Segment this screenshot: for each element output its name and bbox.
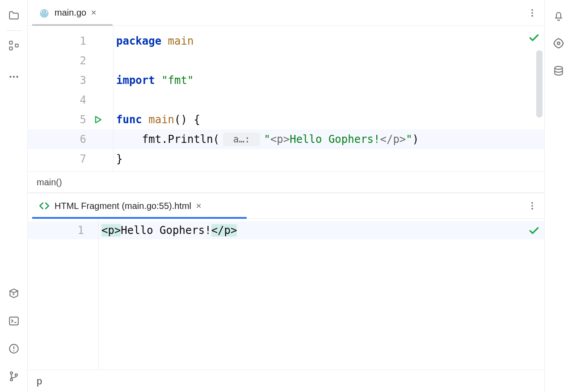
parameter-hint: a…: xyxy=(223,133,260,146)
structure-icon[interactable] xyxy=(6,38,21,53)
more-horizontal-icon[interactable] xyxy=(6,69,21,84)
svg-point-9 xyxy=(10,372,13,374)
code-area[interactable]: package mainimport "fmt"func main() { fm… xyxy=(114,26,544,171)
inspection-check-icon[interactable] xyxy=(528,225,540,237)
breadcrumb[interactable]: p xyxy=(28,370,544,392)
run-tool-icon[interactable] xyxy=(6,286,21,301)
gutter: 1 xyxy=(28,219,99,370)
svg-point-25 xyxy=(555,67,562,70)
line-number: 1 xyxy=(78,221,84,239)
line-number: 6 xyxy=(28,129,113,149)
svg-rect-1 xyxy=(9,47,13,50)
top-tab-bar: main.go ✕ xyxy=(28,0,544,26)
tab-more-vertical-icon[interactable] xyxy=(525,5,540,21)
svg-point-23 xyxy=(531,208,533,210)
run-gutter-icon[interactable] xyxy=(93,110,103,129)
notifications-bell-icon[interactable] xyxy=(551,8,566,23)
inspection-check-icon[interactable] xyxy=(528,32,540,44)
svg-point-10 xyxy=(10,379,13,381)
bottom-tab-bar: HTML Fragment (main.go:55).html ✕ xyxy=(28,193,544,219)
line-number: 1 xyxy=(28,31,113,51)
go-file-icon xyxy=(38,7,50,19)
svg-point-24 xyxy=(557,42,560,45)
close-icon[interactable]: ✕ xyxy=(196,202,202,210)
divider xyxy=(6,30,21,31)
svg-point-15 xyxy=(42,11,43,12)
code-line[interactable]: package main xyxy=(116,31,193,51)
svg-point-16 xyxy=(45,11,46,12)
code-line[interactable]: import "fmt" xyxy=(116,71,193,90)
svg-point-11 xyxy=(15,374,17,376)
editor-area: main.go ✕ 1234567 package mainimport "fm… xyxy=(28,0,544,392)
line-number: 2 xyxy=(28,51,113,71)
svg-point-17 xyxy=(44,13,45,14)
breadcrumb-label: p xyxy=(37,375,42,387)
database-icon[interactable] xyxy=(551,63,566,79)
go-editor[interactable]: 1234567 package mainimport "fmt"func mai… xyxy=(28,26,544,171)
line-number: 4 xyxy=(28,90,113,110)
code-line[interactable]: func main() { xyxy=(116,110,200,129)
tab-label: main.go xyxy=(55,8,86,18)
svg-rect-0 xyxy=(9,41,13,44)
scrollbar[interactable] xyxy=(536,50,543,117)
svg-rect-6 xyxy=(9,317,18,325)
svg-point-19 xyxy=(531,12,533,14)
tab-html-fragment[interactable]: HTML Fragment (main.go:55).html ✕ xyxy=(32,193,208,218)
svg-point-21 xyxy=(531,202,533,204)
left-tool-strip xyxy=(0,0,28,392)
line-number: 3 xyxy=(28,71,113,90)
terminal-icon[interactable] xyxy=(6,313,21,329)
code-line[interactable]: <p>Hello Gophers!</p> xyxy=(101,221,237,239)
code-line[interactable]: } xyxy=(116,149,122,169)
project-folder-icon[interactable] xyxy=(6,8,21,23)
html-fragment-icon xyxy=(38,200,50,212)
html-fragment-editor[interactable]: 1 <p>Hello Gophers!</p> xyxy=(28,219,544,370)
svg-point-4 xyxy=(13,76,14,78)
breadcrumb[interactable]: main() xyxy=(28,171,544,193)
svg-rect-2 xyxy=(15,44,18,47)
svg-point-22 xyxy=(531,205,533,207)
ai-assistant-icon[interactable] xyxy=(551,36,566,51)
vcs-branch-icon[interactable] xyxy=(6,369,21,384)
svg-point-8 xyxy=(13,350,14,351)
svg-point-5 xyxy=(16,76,18,78)
svg-point-20 xyxy=(531,15,533,17)
close-icon[interactable]: ✕ xyxy=(91,8,97,17)
gutter: 1234567 xyxy=(28,26,114,171)
line-number: 7 xyxy=(28,149,113,169)
tab-main-go[interactable]: main.go ✕ xyxy=(32,0,103,25)
breadcrumb-label: main() xyxy=(37,177,62,188)
tab-more-vertical-icon[interactable] xyxy=(525,198,540,213)
code-area[interactable]: <p>Hello Gophers!</p> xyxy=(99,219,544,370)
svg-point-3 xyxy=(9,76,11,78)
code-line[interactable]: fmt.Println( a…: "<p>Hello Gophers!</p>"… xyxy=(116,129,419,149)
svg-point-12 xyxy=(40,9,49,18)
tab-label: HTML Fragment (main.go:55).html xyxy=(55,201,191,211)
right-tool-strip xyxy=(544,0,572,392)
svg-point-18 xyxy=(531,9,533,11)
problems-icon[interactable] xyxy=(6,341,21,356)
